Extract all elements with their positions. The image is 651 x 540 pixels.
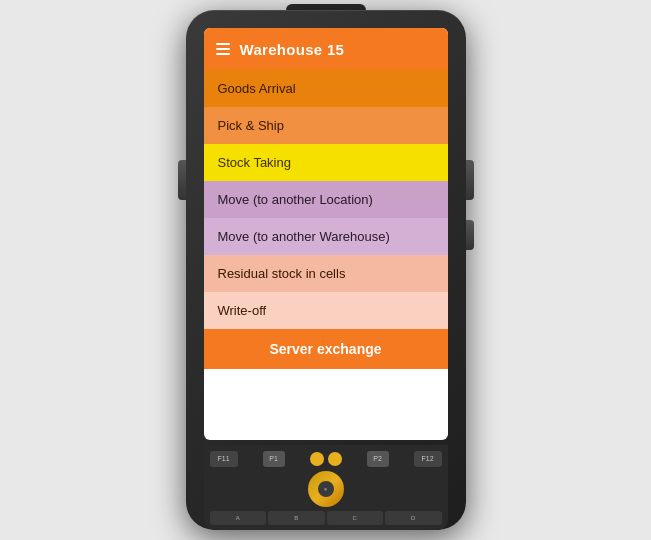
key-c-label: C	[353, 515, 357, 521]
right-side-button-1[interactable]	[466, 160, 474, 200]
nav-center[interactable]: ●	[318, 481, 334, 497]
p2-button[interactable]: P2	[367, 451, 389, 467]
yellow-dot-2	[328, 452, 342, 466]
hamburger-menu-icon[interactable]	[216, 43, 230, 55]
abc-row: A B C D	[210, 511, 442, 525]
menu-item-move-location[interactable]: Move (to another Location)	[204, 181, 448, 218]
goods-arrival-label: Goods Arrival	[218, 81, 296, 96]
p2-label: P2	[373, 455, 382, 462]
hamburger-line-1	[216, 43, 230, 45]
menu-item-goods-arrival[interactable]: Goods Arrival	[204, 70, 448, 107]
key-d-label: D	[411, 515, 415, 521]
menu-item-write-off[interactable]: Write-off	[204, 292, 448, 329]
key-b[interactable]: B	[268, 511, 325, 525]
hamburger-line-2	[216, 48, 230, 50]
key-a-label: A	[236, 515, 240, 521]
key-b-label: B	[294, 515, 298, 521]
move-location-label: Move (to another Location)	[218, 192, 373, 207]
nav-center-dot: ●	[324, 486, 328, 492]
app-header: Warehouse 15	[204, 28, 448, 70]
keypad-area: F11 P1 P2 F12 ●	[204, 445, 448, 530]
pick-ship-label: Pick & Ship	[218, 118, 284, 133]
write-off-label: Write-off	[218, 303, 267, 318]
yellow-dot-1	[310, 452, 324, 466]
p1-label: P1	[269, 455, 278, 462]
menu-item-stock-taking[interactable]: Stock Taking	[204, 144, 448, 181]
key-d[interactable]: D	[385, 511, 442, 525]
stock-taking-label: Stock Taking	[218, 155, 291, 170]
hamburger-line-3	[216, 53, 230, 55]
menu-list: Goods Arrival Pick & Ship Stock Taking M…	[204, 70, 448, 329]
f11-button[interactable]: F11	[210, 451, 238, 467]
menu-item-move-warehouse[interactable]: Move (to another Warehouse)	[204, 218, 448, 255]
move-warehouse-label: Move (to another Warehouse)	[218, 229, 390, 244]
residual-stock-label: Residual stock in cells	[218, 266, 346, 281]
device-body: Warehouse 15 Goods Arrival Pick & Ship S…	[186, 10, 466, 530]
nav-controls: ●	[308, 471, 344, 507]
device-screen: Warehouse 15 Goods Arrival Pick & Ship S…	[204, 28, 448, 440]
key-a[interactable]: A	[210, 511, 267, 525]
right-side-button-2[interactable]	[466, 220, 474, 250]
server-exchange-label: Server exchange	[269, 341, 381, 357]
handheld-device: Warehouse 15 Goods Arrival Pick & Ship S…	[186, 10, 466, 530]
server-exchange-button[interactable]: Server exchange	[204, 329, 448, 369]
yellow-buttons	[310, 452, 342, 466]
app-title: Warehouse 15	[240, 41, 345, 58]
f12-label: F12	[421, 455, 433, 462]
menu-item-pick-ship[interactable]: Pick & Ship	[204, 107, 448, 144]
left-side-button[interactable]	[178, 160, 186, 200]
f12-button[interactable]: F12	[414, 451, 442, 467]
navigation-dpad[interactable]: ●	[308, 471, 344, 507]
menu-item-residual-stock[interactable]: Residual stock in cells	[204, 255, 448, 292]
f11-label: F11	[217, 455, 229, 462]
keypad-top-row: F11 P1 P2 F12	[210, 451, 442, 467]
p1-button[interactable]: P1	[263, 451, 285, 467]
key-c[interactable]: C	[327, 511, 384, 525]
